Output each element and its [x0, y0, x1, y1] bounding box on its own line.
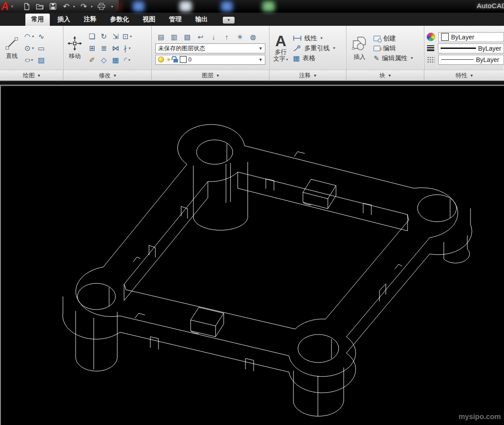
object-copy-button[interactable]: ⊡▼ [122, 31, 133, 42]
mtext-icon: A [275, 34, 287, 48]
ribbon-tab[interactable]: 注释 [78, 14, 102, 26]
new-file-icon [23, 3, 30, 10]
undo-button[interactable]: ↶ [61, 1, 71, 11]
multileader-icon [293, 45, 302, 52]
layer-tools-row: ▤▥▧↩↓↑✳◍ [155, 32, 265, 42]
linetype-dropdown[interactable]: ByLayer [438, 55, 504, 65]
application-menu-button[interactable]: A ▼ [1, 0, 19, 13]
object-color-dropdown[interactable]: ByLayer [438, 32, 504, 42]
ribbon-tab[interactable]: 输出 [189, 14, 214, 26]
layer-color-swatch[interactable] [180, 56, 187, 63]
layer-thaw-icon[interactable]: ☀ [166, 57, 172, 63]
polyline-button[interactable]: ∿ [36, 31, 47, 42]
line-button[interactable]: 直线 [2, 35, 21, 61]
layer-match-button[interactable]: ▧ [182, 32, 193, 42]
watermark: mysipo.com [459, 413, 501, 420]
quick-access-toolbar: ↶ ▼ ↷ ▼ ▼ [22, 0, 114, 13]
ribbon-tab[interactable]: 插入 [52, 14, 76, 26]
layer-dropdown[interactable]: ☀ 0 ▼ [155, 55, 265, 65]
panel-label-block[interactable]: 块 [346, 70, 424, 81]
polyline-icon: ∿ [38, 33, 44, 40]
ribbon-minimize-button[interactable]: ▼ [223, 17, 235, 24]
lineweight-icon [427, 45, 435, 52]
chevron-down-icon: ▾ [285, 57, 288, 62]
ribbon-tab[interactable]: 参数化 [104, 14, 135, 26]
undo-caret-icon[interactable]: ▼ [72, 5, 76, 8]
rotate-button[interactable]: ↻ [98, 31, 109, 42]
layer-previous-icon: ↩ [197, 33, 203, 40]
layer-unlock-icon[interactable] [173, 59, 178, 62]
linear-dimension-button[interactable]: 线性 ▼ [293, 34, 336, 43]
drawing-area[interactable]: mysipo.com [0, 85, 504, 425]
layer-states-button[interactable]: ▥ [168, 32, 180, 42]
ribbon-tab[interactable]: 常用 [25, 14, 50, 26]
object-copy-icon: ⊡ [122, 33, 128, 40]
panel-properties: ByLayer ByLayer [424, 26, 504, 81]
erase-icon: ✐ [89, 57, 95, 64]
panel-label-draw[interactable]: 绘图 [0, 70, 63, 81]
chevron-down-icon: ▼ [332, 46, 336, 50]
layer-on-icon[interactable] [158, 57, 164, 62]
new-file-button[interactable] [22, 1, 32, 11]
edit-block-button[interactable]: ⚡ 编辑 [374, 44, 414, 53]
insert-block-button[interactable]: 插入 [349, 34, 370, 62]
layer-off-icon: ◍ [250, 33, 256, 40]
copy-button[interactable]: ❏ [86, 31, 97, 42]
arc-button[interactable]: ◠▼ [24, 31, 35, 42]
plot-button[interactable] [96, 1, 106, 11]
erase-button[interactable]: ✐ [86, 55, 97, 65]
layer-unisolate-button[interactable]: ↑ [221, 32, 232, 42]
layer-isolate-button[interactable]: ↓ [208, 32, 219, 42]
layer-properties-button[interactable]: ▤ [155, 32, 167, 42]
ribbon-tab[interactable]: 视图 [137, 14, 161, 26]
explode-button[interactable]: ◇ [98, 55, 109, 65]
multileader-button[interactable]: 多重引线 ▼ [293, 44, 336, 53]
mirror-button[interactable]: ⋈ [110, 43, 121, 53]
mtext-label-line1: 多行 [274, 49, 288, 56]
ribbon-tabs: 常用插入注释参数化视图管理输出 [25, 14, 214, 26]
save-icon [49, 3, 57, 10]
circle-button[interactable]: ⊙▼ [24, 43, 35, 53]
ellipse-button[interactable]: ○▼ [24, 55, 35, 65]
edit-attributes-button[interactable]: ✎ 编辑属性 ▼ [374, 54, 414, 62]
lineweight-dropdown[interactable]: ByLayer [438, 43, 504, 53]
create-block-button[interactable]: 创建 [374, 34, 414, 43]
chevron-down-icon: ▼ [320, 36, 323, 40]
move-icon [67, 36, 82, 51]
trim-button[interactable]: ∤▼ [122, 43, 133, 53]
table-button[interactable]: ▦ 表格 [293, 54, 336, 62]
wireframe-model[interactable] [62, 124, 472, 416]
mtext-button[interactable]: A 多行 文字 ▾ [272, 33, 290, 63]
explode-icon: ◇ [101, 57, 106, 64]
panel-label-annotate[interactable]: 注释 [269, 70, 346, 81]
hatch-button[interactable]: ▨ [36, 55, 47, 65]
array-button[interactable]: ▦ [110, 55, 121, 65]
layer-state-dropdown[interactable]: 未保存的图层状态 ▼ [155, 43, 265, 53]
layer-freeze-button[interactable]: ✳ [234, 32, 245, 42]
stretch-button[interactable]: ⇲ [110, 31, 121, 42]
panel-label-layers[interactable]: 图层 [152, 70, 269, 81]
chevron-down-icon: ▼ [410, 56, 413, 60]
panel-annotate: A 多行 文字 ▾ 线性 ▼ [269, 26, 346, 81]
current-layer-name: 0 [188, 56, 192, 63]
panel-label-properties[interactable]: 特性 [424, 70, 504, 81]
offset-button[interactable]: ≣ [98, 43, 109, 53]
taskbar-blur-icon-4 [262, 1, 275, 12]
layer-previous-button[interactable]: ↩ [195, 32, 206, 42]
redo-caret-icon[interactable]: ▼ [90, 5, 93, 8]
qat-overflow-icon[interactable]: ▼ [110, 5, 114, 8]
rectangle-button[interactable]: ▭ [36, 43, 47, 53]
ribbon-tab[interactable]: 管理 [163, 14, 187, 26]
drawing-viewport[interactable]: mysipo.com [1, 86, 504, 425]
scale-button[interactable]: ⊞ [86, 43, 97, 53]
insert-block-label: 插入 [354, 53, 365, 61]
layer-off-button[interactable]: ◍ [247, 32, 259, 42]
fillet-button[interactable]: ◜▼ [122, 55, 133, 65]
modify-tools-grid: ❏↻⇲⊡▼⊞≣⋈∤▼✐◇▦◜▼ [86, 31, 133, 65]
chevron-down-icon: ▼ [32, 35, 35, 38]
open-file-button[interactable] [35, 1, 45, 11]
redo-button[interactable]: ↷ [79, 1, 89, 11]
panel-label-modify[interactable]: 修改 [63, 70, 151, 81]
move-button[interactable]: 移动 [66, 35, 84, 61]
save-button[interactable] [48, 1, 58, 11]
